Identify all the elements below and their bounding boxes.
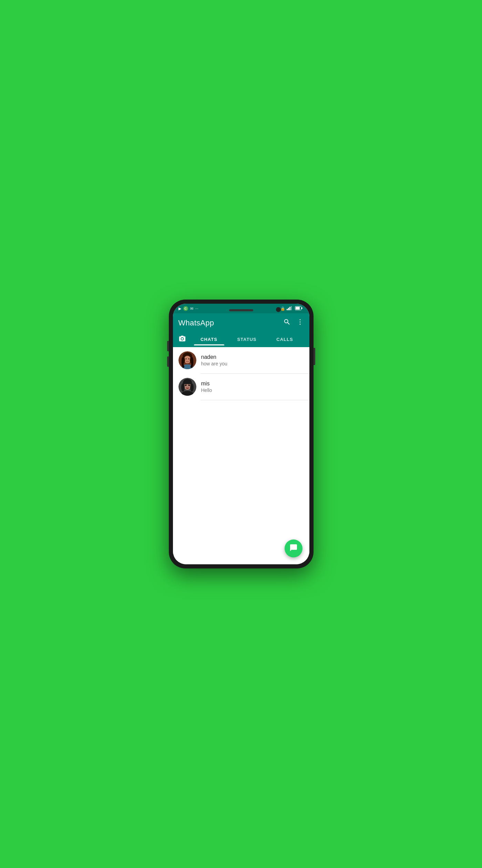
tab-chats[interactable]: CHATS	[190, 333, 228, 345]
phone-device: ▶ C ✉ ··· 🔒	[169, 300, 314, 568]
chat-message-naden: how are you	[201, 361, 304, 366]
chat-item-naden[interactable]: naden how are you	[173, 347, 309, 373]
volume-up-button	[167, 341, 169, 351]
header-icons	[283, 318, 304, 327]
status-bar-right: 🔒	[280, 306, 304, 311]
status-bar: ▶ C ✉ ··· 🔒	[173, 304, 309, 313]
notification-icon-c: C	[183, 306, 188, 311]
phone-camera	[276, 307, 281, 312]
svg-rect-2	[289, 307, 290, 310]
header-top: WhatsApp	[178, 318, 304, 327]
chat-divider-2	[201, 400, 309, 400]
svg-point-7	[299, 319, 300, 320]
svg-rect-1	[288, 308, 289, 310]
svg-rect-5	[296, 307, 300, 310]
camera-tab-icon[interactable]	[178, 332, 190, 347]
chat-list: naden how are you	[173, 347, 309, 564]
more-options-icon[interactable]	[296, 318, 304, 327]
lock-icon: 🔒	[280, 306, 285, 311]
notification-icon-play: ▶	[178, 306, 181, 311]
new-chat-icon	[289, 544, 298, 554]
svg-point-28	[188, 384, 190, 386]
signal-icon	[287, 306, 292, 311]
chat-name-mis: mis	[201, 381, 304, 387]
svg-point-8	[299, 322, 300, 323]
new-chat-fab[interactable]	[285, 539, 302, 557]
avatar-naden	[178, 351, 196, 369]
phone-speaker	[229, 309, 253, 311]
phone-screen: ▶ C ✉ ··· 🔒	[173, 304, 309, 564]
notification-dots: ···	[195, 306, 198, 311]
tab-status[interactable]: STATUS	[228, 333, 266, 345]
chat-info-mis: mis Hello	[201, 381, 304, 393]
chat-item-mis[interactable]: mis Hello	[173, 374, 309, 400]
tab-bar: CHATS STATUS CALLS	[178, 332, 304, 347]
svg-rect-0	[287, 309, 288, 310]
svg-point-23	[190, 383, 194, 392]
svg-point-9	[299, 324, 300, 325]
svg-point-17	[185, 359, 186, 360]
volume-down-button	[167, 356, 169, 367]
chat-info-naden: naden how are you	[201, 354, 304, 366]
chat-message-mis: Hello	[201, 387, 304, 393]
svg-point-27	[184, 384, 187, 386]
svg-point-18	[188, 359, 189, 360]
svg-point-13	[184, 356, 191, 363]
svg-point-10	[181, 338, 183, 340]
app-header: WhatsApp	[173, 313, 309, 347]
chat-name-naden: naden	[201, 354, 304, 360]
power-button	[314, 348, 315, 365]
app-title: WhatsApp	[178, 319, 214, 327]
status-bar-left: ▶ C ✉ ···	[178, 306, 198, 311]
svg-point-22	[181, 383, 185, 392]
battery-icon	[295, 306, 302, 311]
svg-rect-6	[301, 307, 302, 309]
search-icon[interactable]	[283, 318, 291, 327]
svg-rect-3	[291, 306, 292, 310]
tab-calls[interactable]: CALLS	[266, 333, 304, 345]
notification-icon-message: ✉	[190, 306, 193, 311]
avatar-mis	[178, 378, 196, 396]
